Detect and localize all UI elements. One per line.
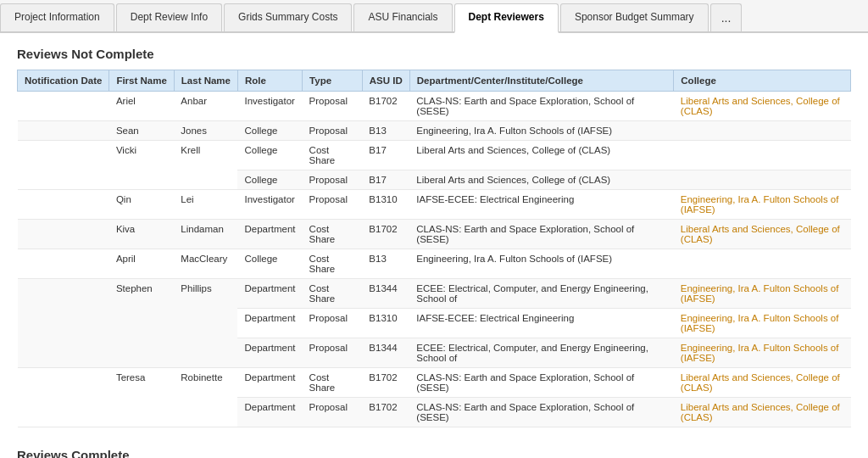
- cell-asu-id: B1310: [362, 309, 409, 338]
- cell-dept: ECEE: Electrical, Computer, and Energy E…: [409, 338, 674, 368]
- tab-project-information[interactable]: Project Information: [0, 3, 114, 31]
- tab-sponsor-budget-summary[interactable]: Sponsor Budget Summary: [560, 3, 709, 31]
- cell-last-name: MacCleary: [174, 249, 237, 279]
- reviews-not-complete-title: Reviews Not Complete: [17, 47, 851, 61]
- cell-college: Engineering, Ira A. Fulton Schools of (I…: [674, 309, 851, 338]
- cell-type: Cost Share: [303, 279, 363, 309]
- cell-role: Department: [237, 279, 302, 309]
- reviews-complete-title: Reviews Complete: [17, 448, 851, 458]
- cell-role: Department: [237, 398, 302, 427]
- col-dept: Department/Center/Institute/College: [409, 70, 674, 92]
- cell-asu-id: B1702: [362, 398, 409, 427]
- cell-dept: ECEE: Electrical, Computer, and Energy E…: [409, 279, 674, 309]
- cell-asu-id: B17: [362, 141, 409, 170]
- cell-dept: Liberal Arts and Sciences, College of (C…: [409, 141, 674, 170]
- cell-role: College: [237, 249, 302, 279]
- col-type: Type: [303, 70, 363, 92]
- cell-asu-id: B1344: [362, 338, 409, 368]
- cell-notification-date: [18, 249, 109, 279]
- col-last-name: Last Name: [174, 70, 237, 92]
- table-row: TeresaRobinetteDepartmentCost ShareB1702…: [18, 368, 851, 398]
- college-link[interactable]: Liberal Arts and Sciences, College of (C…: [681, 402, 840, 422]
- cell-type: Proposal: [303, 398, 363, 427]
- college-link[interactable]: Engineering, Ira A. Fulton Schools of (I…: [681, 194, 839, 215]
- cell-notification-date: [18, 279, 109, 368]
- cell-type: Proposal: [303, 170, 363, 190]
- cell-last-name: Jones: [174, 121, 237, 141]
- cell-role: Investigator: [237, 92, 302, 121]
- cell-notification-date: [18, 220, 109, 249]
- cell-dept: IAFSE-ECEE: Electrical Engineering: [409, 309, 674, 338]
- cell-type: Proposal: [303, 121, 363, 141]
- tab-more[interactable]: ...: [710, 3, 743, 31]
- cell-first-name: Stephen: [109, 279, 174, 368]
- cell-asu-id: B17: [362, 170, 409, 190]
- cell-college: [674, 141, 851, 170]
- col-asu-id: ASU ID: [362, 70, 409, 92]
- cell-role: College: [237, 141, 302, 170]
- cell-last-name: Robinette: [174, 368, 237, 427]
- cell-college: Liberal Arts and Sciences, College of (C…: [674, 368, 851, 398]
- cell-first-name: Kiva: [109, 220, 174, 249]
- table-row: QinLeiInvestigatorProposalB1310IAFSE-ECE…: [18, 190, 851, 220]
- cell-notification-date: [18, 92, 109, 121]
- cell-asu-id: B1344: [362, 279, 409, 309]
- main-content: Reviews Not Complete Notification Date F…: [0, 33, 868, 458]
- cell-asu-id: B13: [362, 121, 409, 141]
- college-link[interactable]: Engineering, Ira A. Fulton Schools of (I…: [681, 313, 839, 333]
- tab-dept-reviewers[interactable]: Dept Reviewers: [454, 3, 559, 33]
- cell-role: Investigator: [237, 190, 302, 220]
- college-link[interactable]: Engineering, Ira A. Fulton Schools of (I…: [681, 283, 839, 304]
- cell-role: Department: [237, 368, 302, 398]
- table-row: VickiKrellCollegeCost ShareB17Liberal Ar…: [18, 141, 851, 170]
- col-college: College: [674, 70, 851, 92]
- cell-college: Liberal Arts and Sciences, College of (C…: [674, 220, 851, 249]
- cell-type: Cost Share: [303, 368, 363, 398]
- college-link[interactable]: Engineering, Ira A. Fulton Schools of (I…: [681, 343, 839, 363]
- table-row: SeanJonesCollegeProposalB13Engineering, …: [18, 121, 851, 141]
- college-link[interactable]: Liberal Arts and Sciences, College of (C…: [681, 224, 840, 244]
- reviews-not-complete-table: Notification Date First Name Last Name R…: [17, 70, 851, 427]
- tab-grids-summary-costs[interactable]: Grids Summary Costs: [224, 3, 352, 31]
- table-row: AprilMacClearyCollegeCost ShareB13Engine…: [18, 249, 851, 279]
- cell-last-name: Phillips: [174, 279, 237, 368]
- cell-role: Department: [237, 220, 302, 249]
- cell-college: [674, 170, 851, 190]
- cell-first-name: Qin: [109, 190, 174, 220]
- cell-notification-date: [18, 121, 109, 141]
- cell-dept: Liberal Arts and Sciences, College of (C…: [409, 170, 674, 190]
- cell-college: Engineering, Ira A. Fulton Schools of (I…: [674, 338, 851, 368]
- cell-dept: Engineering, Ira A. Fulton Schools of (I…: [409, 249, 674, 279]
- cell-asu-id: B13: [362, 249, 409, 279]
- cell-asu-id: B1702: [362, 368, 409, 398]
- cell-asu-id: B1702: [362, 220, 409, 249]
- cell-dept: Engineering, Ira A. Fulton Schools of (I…: [409, 121, 674, 141]
- college-link[interactable]: Liberal Arts and Sciences, College of (C…: [681, 96, 840, 116]
- tab-bar: Project Information Dept Review Info Gri…: [0, 0, 868, 33]
- cell-last-name: Lindaman: [174, 220, 237, 249]
- cell-notification-date: [18, 141, 109, 190]
- cell-role: College: [237, 121, 302, 141]
- cell-dept: CLAS-NS: Earth and Space Exploration, Sc…: [409, 368, 674, 398]
- cell-college: [674, 249, 851, 279]
- col-first-name: First Name: [109, 70, 174, 92]
- cell-type: Cost Share: [303, 220, 363, 249]
- cell-asu-id: B1310: [362, 190, 409, 220]
- cell-college: Liberal Arts and Sciences, College of (C…: [674, 398, 851, 427]
- cell-type: Proposal: [303, 309, 363, 338]
- cell-first-name: Ariel: [109, 92, 174, 121]
- cell-role: Department: [237, 338, 302, 368]
- cell-role: Department: [237, 309, 302, 338]
- cell-dept: CLAS-NS: Earth and Space Exploration, Sc…: [409, 220, 674, 249]
- tab-dept-review-info[interactable]: Dept Review Info: [116, 3, 222, 31]
- cell-college: [674, 121, 851, 141]
- cell-type: Cost Share: [303, 141, 363, 170]
- cell-college: Engineering, Ira A. Fulton Schools of (I…: [674, 190, 851, 220]
- cell-last-name: Krell: [174, 141, 237, 190]
- cell-type: Proposal: [303, 338, 363, 368]
- table-row: KivaLindamanDepartmentCost ShareB1702CLA…: [18, 220, 851, 249]
- college-link[interactable]: Liberal Arts and Sciences, College of (C…: [681, 372, 840, 393]
- tab-asu-financials[interactable]: ASU Financials: [353, 3, 452, 31]
- cell-first-name: Teresa: [109, 368, 174, 427]
- cell-dept: CLAS-NS: Earth and Space Exploration, Sc…: [409, 92, 674, 121]
